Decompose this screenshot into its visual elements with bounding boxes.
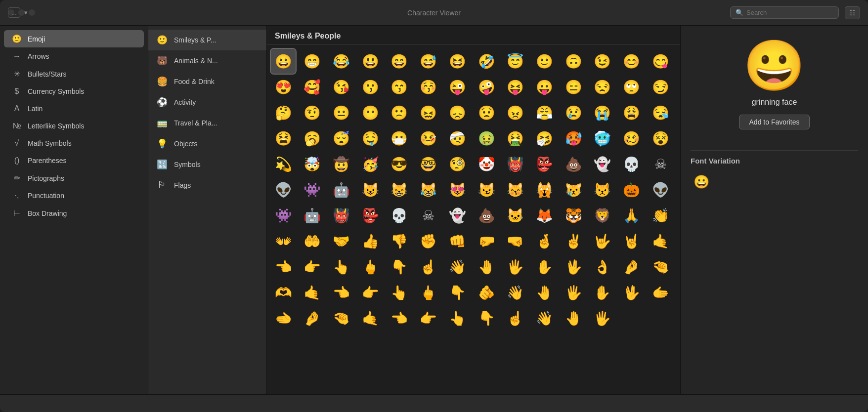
emoji-cell[interactable]: 💩 [474, 203, 499, 228]
emoji-cell[interactable]: 🤏 [648, 254, 673, 279]
emoji-cell[interactable]: 🖐 [561, 280, 586, 305]
emoji-cell[interactable]: 😎 [387, 152, 412, 176]
subcat-item-objects[interactable]: 💡Objects [148, 133, 266, 154]
emoji-cell[interactable]: 👌 [590, 254, 615, 279]
emoji-cell[interactable]: 🫲 [271, 306, 296, 330]
emoji-cell[interactable]: 🤡 [474, 152, 499, 176]
emoji-cell[interactable]: 💫 [271, 152, 296, 176]
emoji-cell[interactable]: 😾 [590, 177, 615, 202]
emoji-cell[interactable]: 🤨 [300, 100, 325, 125]
sidebar-item-currency[interactable]: $Currency Symbols [4, 83, 144, 100]
emoji-cell[interactable]: 🧐 [445, 152, 470, 176]
emoji-cell[interactable]: 👹 [329, 203, 353, 228]
sidebar-item-bullets[interactable]: ✳Bullets/Stars [4, 65, 144, 82]
emoji-cell[interactable]: ✊ [416, 229, 441, 253]
emoji-cell[interactable]: 🤙 [358, 306, 383, 330]
subcat-item-food[interactable]: 🍔Food & Drink [148, 71, 266, 92]
view-toggle-button[interactable]: ☷ [845, 6, 860, 19]
emoji-cell[interactable]: 🙂 [532, 49, 557, 74]
emoji-cell[interactable]: 🖕 [358, 254, 383, 279]
emoji-cell[interactable]: 🥱 [300, 126, 325, 151]
emoji-cell[interactable]: 😜 [445, 75, 470, 99]
search-box[interactable]: 🔍 [730, 6, 839, 19]
emoji-cell[interactable]: 💀 [387, 203, 412, 228]
emoji-cell[interactable]: 👉 [358, 280, 383, 305]
emoji-cell[interactable]: 👏 [648, 203, 673, 228]
emoji-cell[interactable]: ☠ [416, 203, 441, 228]
emoji-cell[interactable]: 👇 [474, 306, 499, 330]
emoji-cell[interactable]: ✋ [532, 254, 557, 279]
emoji-cell[interactable]: 👎 [387, 229, 412, 253]
subcat-item-travel[interactable]: 🚃Travel & Pla... [148, 113, 266, 133]
emoji-cell[interactable]: 🫶 [271, 280, 296, 305]
emoji-cell[interactable]: ☝ [416, 254, 441, 279]
emoji-cell[interactable]: 👆 [387, 280, 412, 305]
emoji-cell[interactable]: 🤟 [590, 229, 615, 253]
emoji-cell[interactable]: 😴 [329, 126, 353, 151]
emoji-cell[interactable]: 🤮 [503, 126, 528, 151]
emoji-cell[interactable]: 😷 [387, 126, 412, 151]
emoji-cell[interactable]: 😍 [271, 75, 296, 99]
emoji-cell[interactable]: 😫 [271, 126, 296, 151]
emoji-cell[interactable]: 😉 [590, 49, 615, 74]
emoji-cell[interactable]: 👋 [532, 306, 557, 330]
chevron-icon[interactable]: ▾ [24, 9, 28, 16]
emoji-cell[interactable]: 👉 [416, 306, 441, 330]
emoji-cell[interactable]: 😀 [271, 49, 296, 74]
emoji-cell[interactable]: 😵 [648, 126, 673, 151]
emoji-cell[interactable]: 😻 [445, 177, 470, 202]
emoji-cell[interactable]: 🤓 [416, 152, 441, 176]
emoji-cell[interactable]: 😒 [590, 75, 615, 99]
emoji-cell[interactable]: 😟 [474, 100, 499, 125]
emoji-cell[interactable]: 💩 [561, 152, 586, 176]
maximize-button[interactable] [29, 9, 35, 16]
emoji-cell[interactable]: 😏 [648, 75, 673, 99]
emoji-cell[interactable]: 🤒 [416, 126, 441, 151]
emoji-cell[interactable]: 👇 [387, 254, 412, 279]
emoji-cell[interactable]: 🦁 [590, 203, 615, 228]
emoji-cell[interactable]: 😸 [387, 177, 412, 202]
emoji-cell[interactable]: 🥰 [300, 75, 325, 99]
emoji-cell[interactable]: 👍 [358, 229, 383, 253]
emoji-cell[interactable]: 👈 [329, 280, 353, 305]
emoji-cell[interactable]: 😘 [329, 75, 353, 99]
emoji-cell[interactable]: 🤙 [648, 229, 673, 253]
emoji-cell[interactable]: 🤏 [329, 306, 353, 330]
emoji-cell[interactable]: 🤖 [300, 203, 325, 228]
emoji-cell[interactable]: 🙁 [387, 100, 412, 125]
emoji-cell[interactable]: 😛 [532, 75, 557, 99]
sidebar-item-box[interactable]: ⊢Box Drawing [4, 205, 144, 222]
sidebar-item-letterlike[interactable]: №Letterlike Symbols [4, 118, 144, 134]
emoji-cell[interactable]: ☠ [648, 152, 673, 176]
emoji-cell[interactable]: 😙 [387, 75, 412, 99]
emoji-cell[interactable]: 😚 [416, 75, 441, 99]
emoji-cell[interactable]: 👽 [271, 177, 296, 202]
emoji-cell[interactable]: 💀 [619, 152, 644, 176]
emoji-cell[interactable]: 🫱 [648, 280, 673, 305]
emoji-cell[interactable]: 🥴 [619, 126, 644, 151]
emoji-cell[interactable]: 🤪 [474, 75, 499, 99]
emoji-cell[interactable]: 😽 [503, 177, 528, 202]
emoji-cell[interactable]: 👋 [503, 280, 528, 305]
emoji-cell[interactable]: 🤝 [329, 229, 353, 253]
emoji-cell[interactable]: 😤 [532, 100, 557, 125]
emoji-cell[interactable]: 😼 [474, 177, 499, 202]
emoji-cell[interactable]: 👺 [532, 152, 557, 176]
emoji-cell[interactable]: 👊 [445, 229, 470, 253]
emoji-cell[interactable]: 🥳 [358, 152, 383, 176]
emoji-cell[interactable]: 👾 [300, 177, 325, 202]
emoji-cell[interactable]: 🤌 [300, 306, 325, 330]
emoji-cell[interactable]: 👾 [271, 203, 296, 228]
emoji-cell[interactable]: 🙀 [532, 177, 557, 202]
sidebar-item-pictographs[interactable]: ✏Pictographs [4, 169, 144, 187]
sidebar-item-arrows[interactable]: →Arrows [4, 48, 144, 65]
emoji-cell[interactable]: 😝 [503, 75, 528, 99]
emoji-cell[interactable]: 🤚 [561, 306, 586, 330]
emoji-cell[interactable]: 🤲 [300, 229, 325, 253]
emoji-cell[interactable]: 🖖 [619, 280, 644, 305]
emoji-cell[interactable]: 🖕 [416, 280, 441, 305]
emoji-cell[interactable]: 😿 [561, 177, 586, 202]
subcat-item-smileys[interactable]: 🙂Smileys & P... [148, 30, 266, 50]
emoji-cell[interactable]: 😋 [648, 49, 673, 74]
emoji-cell[interactable]: 🖐 [503, 254, 528, 279]
